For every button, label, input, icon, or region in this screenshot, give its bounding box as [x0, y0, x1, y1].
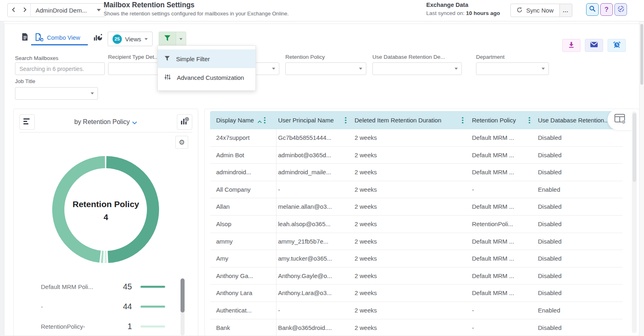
- schedule-alert-button[interactable]: [608, 39, 626, 52]
- donut-slice[interactable]: [101, 251, 104, 263]
- table-cell: 2 weeks: [355, 285, 377, 302]
- table-row[interactable]: ammyammy_21fb5b7e...2 weeksDefault MRM .…: [210, 233, 623, 250]
- search-mailboxes-input[interactable]: [15, 62, 105, 75]
- donut-slice[interactable]: [104, 251, 106, 263]
- email-button[interactable]: [585, 39, 603, 52]
- legend-item[interactable]: Default MRM Poli...45: [25, 277, 179, 297]
- use-database-retention-label: Use Database Retention De...: [372, 54, 445, 60]
- filter-dropdown-toggle[interactable]: [176, 32, 186, 46]
- table-row[interactable]: All Company-2 weeks-Enabled: [210, 181, 623, 199]
- tenant-selector[interactable]: AdminDroid Dem...: [31, 7, 106, 14]
- donut-center-value: 4: [30, 213, 182, 222]
- column-header-user-principal-name[interactable]: User Principal Name: [278, 111, 334, 129]
- column-header-deleted-item-retention-duration[interactable]: Deleted Item Retention Duration: [355, 111, 441, 129]
- department-select[interactable]: [476, 62, 549, 75]
- more-options-button[interactable]: ...: [559, 4, 572, 17]
- frozen-column-divider: [276, 129, 276, 336]
- search-mailboxes-label: Search Mailboxes: [15, 55, 58, 61]
- table-row[interactable]: Amyamy.tucker@o365...2 weeksDefault MRM …: [210, 250, 623, 268]
- page-scrollbar[interactable]: [639, 21, 644, 336]
- table-row[interactable]: admindroid...admindroid_maile...2 weeksD…: [210, 164, 623, 181]
- alarm-clock-icon: [613, 41, 621, 50]
- sort-asc-icon[interactable]: [257, 118, 262, 125]
- global-search-button[interactable]: [586, 3, 599, 16]
- legend-color-bar: [140, 286, 165, 288]
- table-cell: Bank: [216, 319, 230, 336]
- table-cell: admindroid...: [216, 164, 251, 181]
- column-menu-icon[interactable]: [345, 117, 346, 124]
- legend-item[interactable]: -44: [25, 297, 179, 317]
- tab-grid-view[interactable]: [17, 31, 32, 45]
- column-chooser-button[interactable]: ⚙: [608, 109, 633, 130]
- table-row[interactable]: Authenticat...-2 weeks-Enabled: [210, 302, 623, 319]
- use-database-retention-select[interactable]: [372, 62, 462, 75]
- legend-value: 44: [104, 302, 132, 311]
- table-cell: admindroid_maile...: [278, 164, 331, 181]
- column-menu-icon[interactable]: [529, 117, 530, 124]
- views-button[interactable]: 25 Views: [108, 32, 153, 46]
- chart-panel: by Retention Policy ⚙ Retention Policy 4…: [13, 109, 198, 336]
- column-menu-icon[interactable]: [264, 117, 266, 124]
- table-row[interactable]: Anthony Ga...Anthony.Gayle@o...2 weeksDe…: [210, 268, 623, 285]
- chart-type-button[interactable]: [19, 114, 35, 130]
- filter-button[interactable]: [159, 32, 176, 46]
- column-header-use-database-retention[interactable]: Use Database Retention...: [538, 111, 609, 129]
- donut-chart[interactable]: [52, 156, 159, 263]
- table-cell: Default MRM ...: [472, 147, 514, 164]
- retention-policy-select[interactable]: [285, 62, 366, 75]
- legend-scrollbar-thumb[interactable]: [181, 278, 185, 312]
- page-scrollbar-thumb[interactable]: [640, 24, 643, 85]
- legend-value: 1: [104, 322, 132, 331]
- table-cell: amy.tucker@o365...: [278, 250, 332, 268]
- last-synced-value: 10 hours ago: [466, 10, 500, 16]
- table-row[interactable]: Anthony LaraAnthony.Lara@o3...2 weeksDef…: [210, 285, 623, 302]
- chart-group-by-selector[interactable]: by Retention Policy: [38, 118, 174, 126]
- menu-item-label: Simple Filter: [176, 56, 210, 62]
- chevron-down-icon: [359, 68, 362, 70]
- legend-color-bar: [140, 306, 165, 308]
- add-chart-button[interactable]: [177, 114, 192, 130]
- table-cell: 2 weeks: [355, 233, 377, 250]
- tab-chart-view[interactable]: [91, 31, 105, 45]
- search-icon: [589, 5, 596, 14]
- table-scrollbar-thumb[interactable]: [633, 113, 636, 182]
- download-button[interactable]: [562, 39, 580, 52]
- table-row[interactable]: Alsopleah.alsop@o365...2 weeksRetentionP…: [210, 216, 623, 233]
- table-cell: Bank@o365droid....: [278, 319, 332, 336]
- menu-item-label: Advanced Customization: [177, 74, 244, 81]
- donut-slice[interactable]: [52, 156, 105, 263]
- table-cell: Disabled: [538, 129, 561, 147]
- tab-combo-view[interactable]: Combo View: [35, 31, 80, 45]
- table-cell: -: [278, 302, 280, 319]
- chart-settings-button[interactable]: ⚙: [175, 136, 188, 149]
- donut-slice[interactable]: [106, 156, 159, 263]
- table-cell: Disabled: [538, 164, 561, 181]
- sync-now-button[interactable]: Sync Now: [511, 4, 559, 17]
- column-menu-icon[interactable]: [462, 117, 463, 124]
- table-cell: Amy: [216, 250, 228, 268]
- legend-item[interactable]: RetentionPolicy-1: [25, 317, 179, 336]
- table-row[interactable]: Allanmelanie.allan@o3...2 weeksDefault M…: [210, 198, 623, 216]
- job-title-select[interactable]: [15, 87, 98, 100]
- forward-button[interactable]: [19, 4, 30, 17]
- column-header-retention-policy[interactable]: Retention Policy: [472, 111, 516, 129]
- table-row[interactable]: Admin Botadminbot@o365d...2 weeksDefault…: [210, 147, 623, 164]
- whats-new-button[interactable]: [614, 3, 627, 16]
- legend-scrollbar[interactable]: [181, 278, 185, 336]
- chevron-down-icon: [97, 9, 101, 11]
- table-cell: 2 weeks: [355, 302, 377, 319]
- table-scrollbar[interactable]: [632, 111, 637, 333]
- divider: [19, 132, 192, 133]
- document-icon: [21, 33, 28, 43]
- menu-item-advanced-customization[interactable]: Advanced Customization: [158, 68, 255, 87]
- column-header-display-name[interactable]: Display Name: [216, 111, 254, 129]
- help-button[interactable]: ?: [600, 3, 613, 16]
- table-cell: 2 weeks: [355, 250, 377, 268]
- table-panel: Display Name User Principal Name Deleted…: [204, 109, 640, 336]
- back-button[interactable]: [8, 4, 19, 17]
- table-row[interactable]: BankBank@o365droid....2 weeks-Disabled: [210, 319, 623, 336]
- menu-item-simple-filter[interactable]: Simple Filter: [158, 49, 255, 68]
- chevron-down-icon: [272, 68, 275, 70]
- filter-split-button: [159, 32, 186, 46]
- table-row[interactable]: 24x7supportGc7b4b58551444...2 weeksDefau…: [210, 129, 623, 147]
